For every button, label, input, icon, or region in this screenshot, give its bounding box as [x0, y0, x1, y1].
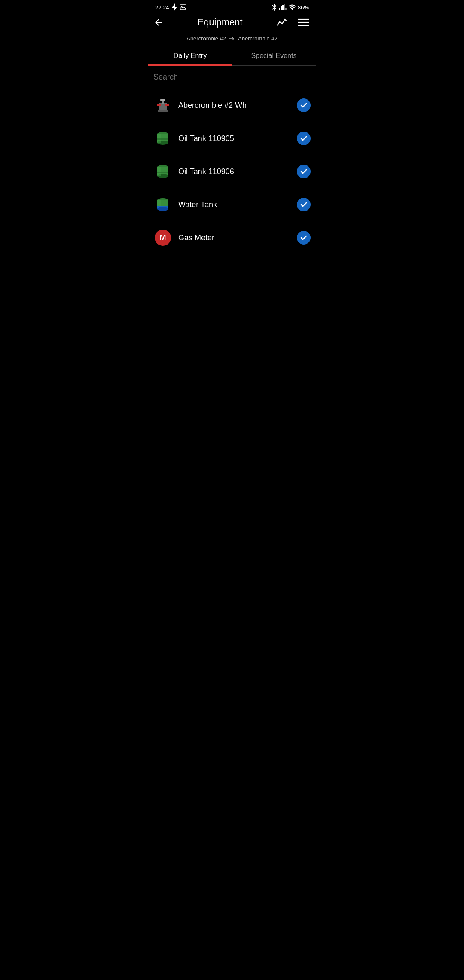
- list-item[interactable]: Oil Tank 110905: [148, 122, 316, 155]
- check-badge: [297, 132, 311, 145]
- list-item[interactable]: M Gas Meter: [148, 221, 316, 254]
- item-label: Water Tank: [178, 200, 297, 209]
- equipment-list: Abercrombie #2 Wh Oil Tank 110905: [148, 89, 316, 254]
- svg-rect-12: [159, 103, 167, 110]
- signal-icon: [279, 4, 287, 10]
- svg-rect-17: [158, 110, 168, 112]
- svg-rect-27: [157, 172, 168, 173]
- battery-display: 86%: [298, 4, 309, 11]
- list-item[interactable]: Oil Tank 110906: [148, 155, 316, 188]
- item-label: Abercrombie #2 Wh: [178, 101, 297, 110]
- breadcrumb-from: Abercrombie #2: [186, 35, 226, 42]
- status-time: 22:24: [155, 3, 186, 11]
- menu-button[interactable]: [296, 16, 311, 28]
- svg-rect-16: [160, 99, 165, 101]
- search-input[interactable]: [153, 70, 311, 84]
- bolt-icon: [172, 3, 177, 11]
- wellhead-icon: [153, 96, 172, 115]
- item-label: Oil Tank 110906: [178, 167, 297, 176]
- list-item[interactable]: Water Tank: [148, 188, 316, 221]
- arrow-icon: [229, 36, 235, 41]
- check-badge: [297, 165, 311, 178]
- svg-rect-3: [279, 8, 280, 10]
- search-container: [148, 66, 316, 89]
- svg-rect-32: [157, 200, 161, 206]
- page-title: Equipment: [165, 17, 275, 28]
- tab-special-events[interactable]: Special Events: [232, 46, 316, 65]
- status-bar: 22:24 86%: [148, 0, 316, 13]
- svg-marker-0: [172, 3, 177, 11]
- gas-meter-icon: M: [153, 228, 172, 247]
- svg-rect-4: [281, 6, 282, 10]
- list-item[interactable]: Abercrombie #2 Wh: [148, 89, 316, 122]
- svg-rect-5: [282, 5, 284, 10]
- breadcrumb: Abercrombie #2 Abercrombie #2: [148, 34, 316, 46]
- check-badge: [297, 231, 311, 245]
- bluetooth-icon: [271, 3, 277, 11]
- check-badge: [297, 198, 311, 211]
- svg-point-8: [292, 9, 293, 10]
- svg-rect-13: [157, 104, 161, 106]
- tab-bar: Daily Entry Special Events: [148, 46, 316, 66]
- item-label: Gas Meter: [178, 233, 297, 242]
- check-badge: [297, 98, 311, 112]
- back-button[interactable]: [152, 15, 165, 29]
- tab-daily-entry[interactable]: Daily Entry: [148, 46, 232, 65]
- oil-tank-icon: [153, 129, 172, 148]
- oil-tank-icon: [153, 162, 172, 181]
- svg-rect-7: [285, 8, 286, 10]
- app-header: Equipment: [148, 13, 316, 34]
- svg-rect-14: [165, 104, 169, 106]
- svg-rect-22: [157, 138, 168, 140]
- wifi-icon: [288, 4, 296, 10]
- time-display: 22:24: [155, 4, 169, 11]
- breadcrumb-to: Abercrombie #2: [238, 35, 278, 42]
- chart-button[interactable]: [275, 16, 289, 29]
- header-actions: [275, 16, 311, 29]
- item-label: Oil Tank 110905: [178, 134, 297, 143]
- image-icon: [180, 4, 186, 10]
- svg-point-31: [157, 207, 168, 211]
- svg-rect-6: [284, 4, 285, 10]
- water-tank-icon: [153, 195, 172, 214]
- status-right-icons: 86%: [271, 3, 309, 11]
